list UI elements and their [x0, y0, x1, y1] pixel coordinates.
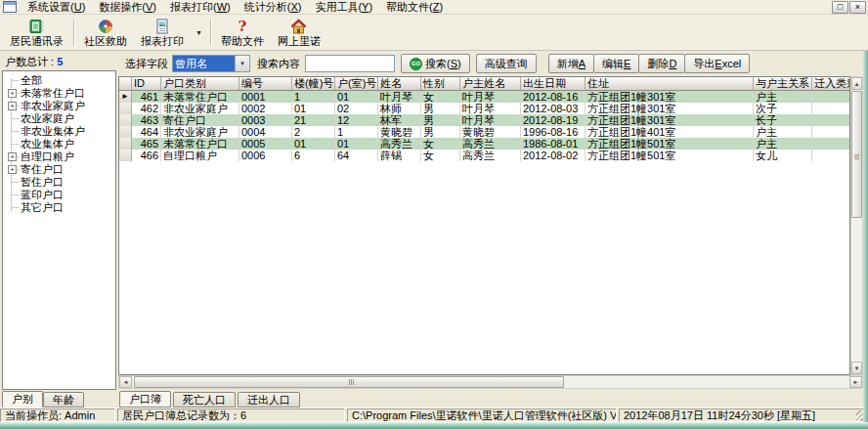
expand-plus-icon[interactable]: +: [8, 165, 17, 174]
cell: 次子: [754, 103, 812, 114]
tree-item-非农业家庭户[interactable]: +非农业家庭户: [6, 100, 115, 112]
tree-item-非农业集体户[interactable]: 非农业集体户: [6, 125, 115, 138]
tree-item-未落常住户口[interactable]: +未落常住户口: [6, 87, 115, 100]
delete-button[interactable]: 删除D: [638, 54, 685, 73]
cell: 未落常住户口: [161, 91, 239, 103]
scroll-right-icon[interactable]: ►: [849, 376, 862, 388]
cell: 户主: [754, 91, 812, 103]
cell: 01: [335, 138, 378, 150]
column-header-迁入类别[interactable]: 迁入类别: [812, 77, 850, 90]
community-aid-button[interactable]: 社区救助: [77, 16, 134, 49]
expand-plus-icon[interactable]: +: [8, 152, 17, 161]
tab-户别[interactable]: 户别: [2, 391, 43, 408]
row-selector[interactable]: [119, 114, 132, 126]
dropdown-arrow-icon[interactable]: ▼: [191, 16, 207, 49]
advanced-query-button[interactable]: 高级查询: [476, 54, 537, 73]
row-selector[interactable]: [119, 150, 132, 161]
scroll-left-icon[interactable]: ◄: [119, 376, 132, 388]
horizontal-scroll-thumb[interactable]: [134, 376, 564, 388]
cell: 男: [421, 114, 460, 126]
tree-item-蓝印户口[interactable]: 蓝印户口: [6, 189, 115, 201]
row-selector[interactable]: [119, 126, 132, 138]
tree-item-农业家庭户[interactable]: 农业家庭户: [6, 112, 115, 125]
vertical-scrollbar[interactable]: ▲ ▼: [850, 76, 863, 375]
cell: 12: [335, 114, 378, 126]
row-selector[interactable]: ►: [119, 91, 132, 103]
tree-item-寄住户口[interactable]: +寄住户口: [6, 163, 115, 176]
export-excel-button[interactable]: 导出Excel: [684, 54, 750, 73]
menu-item-3[interactable]: 统计分析(X): [238, 0, 309, 14]
tab-死亡人口[interactable]: 死亡人口: [173, 392, 236, 408]
scroll-down-icon[interactable]: ▼: [851, 362, 862, 374]
column-header-编号[interactable]: 编号: [239, 77, 292, 90]
column-header-ID[interactable]: ID: [132, 77, 161, 90]
column-header-户口类别[interactable]: 户口类别: [161, 77, 239, 90]
cell: 2012-08-02: [521, 150, 586, 161]
column-header-性别[interactable]: 性别: [421, 77, 460, 90]
column-header-楼(幢)号[interactable]: 楼(幢)号: [292, 77, 335, 90]
lino-online-button[interactable]: 网上里诺: [271, 16, 327, 49]
tree-item-全部[interactable]: 全部: [6, 74, 115, 87]
residents-directory-button[interactable]: 居民通讯录: [3, 16, 70, 49]
current-row-pointer-icon: ►: [121, 93, 129, 101]
tree-item-自理口粮户[interactable]: +自理口粮户: [6, 150, 115, 163]
column-header-出生日期[interactable]: 出生日期: [521, 77, 586, 90]
field-select-combo[interactable]: 曾用名 ▼: [172, 55, 250, 72]
row-selector[interactable]: [119, 103, 132, 114]
cell: 02: [335, 103, 378, 114]
cell: 1996-08-16: [521, 126, 586, 138]
table-row-465[interactable]: 465未落常住户口00050101高秀兰女高秀兰1986-08-01方正组团1幢…: [119, 138, 850, 150]
tree-item-label: 寄住户口: [21, 163, 64, 176]
restore-button[interactable]: □: [832, 1, 848, 14]
tree-item-农业集体户[interactable]: 农业集体户: [6, 138, 115, 150]
cell: 464: [132, 126, 161, 138]
expand-plus-icon[interactable]: +: [8, 89, 17, 98]
table-row-466[interactable]: 466自理口粮户0006664薛锡女高秀兰2012-08-02方正组团1幢501…: [119, 150, 850, 161]
cell: 叶月琴: [460, 91, 521, 103]
help-files-button[interactable]: ?帮助文件: [214, 16, 271, 49]
column-header-与户主关系[interactable]: 与户主关系: [754, 77, 812, 90]
household-type-tree: 全部+未落常住户口+非农业家庭户农业家庭户非农业集体户农业集体户+自理口粮户+寄…: [2, 70, 116, 390]
tab-户口簿[interactable]: 户口簿: [119, 391, 171, 408]
tree-item-其它户口[interactable]: 其它户口: [6, 201, 115, 214]
tab-年龄[interactable]: 年龄: [43, 392, 84, 408]
close-button[interactable]: ×: [849, 1, 866, 14]
table-row-462[interactable]: 462非农业家庭户00020102林师男叶月琴2012-08-03方正组团1幢3…: [119, 103, 850, 114]
tree-item-label: 全部: [21, 74, 42, 87]
add-button[interactable]: 新增A: [548, 54, 594, 73]
status-bar: 当前操作员: Admin 居民户口簿总记录数为：6 C:\Program Fil…: [0, 408, 868, 422]
tree-item-暂住户口[interactable]: 暂住户口: [6, 176, 115, 189]
row-selector[interactable]: [119, 138, 132, 150]
menu-item-4[interactable]: 实用工具(Y): [308, 0, 379, 14]
search-bar: 选择字段 曾用名 ▼ 搜索内容 GO 搜索(S) 高级查询 新增A 编辑E 删除…: [118, 51, 863, 76]
report-print-button[interactable]: 报表打印: [134, 16, 191, 49]
menu-item-2[interactable]: 报表打印(W): [163, 0, 238, 14]
column-header-户主姓名[interactable]: 户主姓名: [460, 77, 521, 90]
menu-item-0[interactable]: 系统设置(U): [21, 0, 92, 14]
scroll-up-icon[interactable]: ▲: [851, 77, 862, 90]
cell: 叶月琴: [460, 114, 521, 126]
cell: [812, 138, 850, 150]
chevron-down-icon[interactable]: ▼: [235, 56, 249, 71]
menu-item-1[interactable]: 数据操作(V): [92, 0, 163, 14]
column-header-姓名[interactable]: 姓名: [378, 77, 421, 90]
column-header-户(室)号[interactable]: 户(室)号: [335, 77, 378, 90]
expand-plus-icon[interactable]: +: [8, 102, 17, 110]
vertical-scroll-thumb[interactable]: [851, 91, 862, 218]
horizontal-scrollbar[interactable]: ◄ ►: [118, 375, 863, 389]
tab-迁出人口[interactable]: 迁出人口: [238, 392, 300, 408]
table-row-461[interactable]: ►461未落常住户口0001101叶月琴女叶月琴2012-08-16方正组团1幢…: [119, 91, 850, 103]
edit-button[interactable]: 编辑E: [593, 54, 639, 73]
search-button[interactable]: GO 搜索(S): [401, 54, 470, 73]
cell: 方正组团1幢401室: [586, 126, 754, 138]
menu-item-5[interactable]: 帮助文件(Z): [379, 0, 450, 14]
column-header-住址[interactable]: 住址: [586, 77, 754, 90]
cell: 方正组团1幢301室: [586, 91, 754, 103]
table-row-464[interactable]: 464非农业家庭户000421黄晓碧男黄晓碧1996-08-16方正组团1幢40…: [119, 126, 850, 138]
cell: 黄晓碧: [378, 126, 421, 138]
table-row-463[interactable]: 463寄住户口00032112林军男叶月琴2012-08-19方正组团1幢301…: [119, 114, 850, 126]
toolbar-separator: [73, 19, 74, 46]
cell: 户主: [754, 138, 812, 150]
search-input[interactable]: [305, 55, 395, 72]
cell: 2: [292, 126, 335, 138]
